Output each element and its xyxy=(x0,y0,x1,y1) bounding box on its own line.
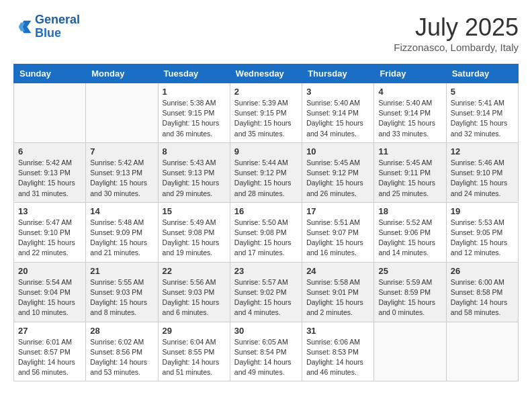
day-detail: Sunrise: 6:00 AMSunset: 8:58 PMDaylight:… xyxy=(451,277,514,318)
day-number: 6 xyxy=(18,146,81,156)
day-detail: Sunrise: 5:55 AMSunset: 9:03 PMDaylight:… xyxy=(90,277,153,318)
calendar-cell: 11Sunrise: 5:45 AMSunset: 9:11 PMDayligh… xyxy=(374,142,446,202)
day-number: 16 xyxy=(234,206,298,216)
day-number: 19 xyxy=(451,206,514,216)
day-detail: Sunrise: 6:05 AMSunset: 8:54 PMDaylight:… xyxy=(234,337,298,378)
month-year: July 2025 xyxy=(394,13,519,42)
day-detail: Sunrise: 5:50 AMSunset: 9:08 PMDaylight:… xyxy=(234,218,298,259)
day-number: 12 xyxy=(451,146,514,156)
day-detail: Sunrise: 5:39 AMSunset: 9:15 PMDaylight:… xyxy=(234,98,298,139)
weekday-header: Saturday xyxy=(446,64,518,83)
calendar-cell: 4Sunrise: 5:40 AMSunset: 9:14 PMDaylight… xyxy=(374,83,446,143)
calendar-cell: 10Sunrise: 5:45 AMSunset: 9:12 PMDayligh… xyxy=(302,142,374,202)
day-number: 20 xyxy=(18,266,81,276)
day-detail: Sunrise: 5:54 AMSunset: 9:04 PMDaylight:… xyxy=(18,277,81,318)
calendar-cell: 29Sunrise: 6:04 AMSunset: 8:55 PMDayligh… xyxy=(158,322,230,381)
location: Fizzonasco, Lombardy, Italy xyxy=(394,42,519,53)
day-detail: Sunrise: 5:49 AMSunset: 9:08 PMDaylight:… xyxy=(163,218,226,259)
calendar-cell xyxy=(86,83,158,143)
calendar-cell: 27Sunrise: 6:01 AMSunset: 8:57 PMDayligh… xyxy=(14,322,86,381)
day-detail: Sunrise: 5:47 AMSunset: 9:10 PMDaylight:… xyxy=(18,218,81,259)
weekday-header-row: SundayMondayTuesdayWednesdayThursdayFrid… xyxy=(14,64,519,83)
day-detail: Sunrise: 5:53 AMSunset: 9:05 PMDaylight:… xyxy=(451,218,514,259)
calendar-week-row: 27Sunrise: 6:01 AMSunset: 8:57 PMDayligh… xyxy=(14,322,519,381)
day-number: 7 xyxy=(90,146,153,156)
day-number: 8 xyxy=(163,146,226,156)
calendar-cell: 9Sunrise: 5:44 AMSunset: 9:12 PMDaylight… xyxy=(230,142,302,202)
day-detail: Sunrise: 5:43 AMSunset: 9:13 PMDaylight:… xyxy=(163,158,226,199)
weekday-header: Monday xyxy=(86,64,158,83)
day-detail: Sunrise: 5:58 AMSunset: 9:01 PMDaylight:… xyxy=(306,277,369,318)
day-detail: Sunrise: 6:04 AMSunset: 8:55 PMDaylight:… xyxy=(163,337,226,378)
day-number: 28 xyxy=(90,326,153,336)
weekday-header: Tuesday xyxy=(158,64,230,83)
day-detail: Sunrise: 5:42 AMSunset: 9:13 PMDaylight:… xyxy=(18,158,81,199)
day-detail: Sunrise: 5:46 AMSunset: 9:10 PMDaylight:… xyxy=(451,158,514,199)
calendar-cell xyxy=(446,322,518,381)
calendar-cell: 14Sunrise: 5:48 AMSunset: 9:09 PMDayligh… xyxy=(86,202,158,262)
calendar-cell: 21Sunrise: 5:55 AMSunset: 9:03 PMDayligh… xyxy=(86,262,158,322)
calendar-cell: 3Sunrise: 5:40 AMSunset: 9:14 PMDaylight… xyxy=(302,83,374,143)
calendar-cell: 22Sunrise: 5:56 AMSunset: 9:03 PMDayligh… xyxy=(158,262,230,322)
day-number: 4 xyxy=(378,87,441,97)
calendar-cell: 16Sunrise: 5:50 AMSunset: 9:08 PMDayligh… xyxy=(230,202,302,262)
day-number: 18 xyxy=(378,206,441,216)
calendar-cell: 7Sunrise: 5:42 AMSunset: 9:13 PMDaylight… xyxy=(86,142,158,202)
calendar-cell: 12Sunrise: 5:46 AMSunset: 9:10 PMDayligh… xyxy=(446,142,518,202)
day-number: 9 xyxy=(234,146,298,156)
calendar-cell: 15Sunrise: 5:49 AMSunset: 9:08 PMDayligh… xyxy=(158,202,230,262)
calendar-cell: 13Sunrise: 5:47 AMSunset: 9:10 PMDayligh… xyxy=(14,202,86,262)
title-block: July 2025 Fizzonasco, Lombardy, Italy xyxy=(394,13,519,53)
day-detail: Sunrise: 5:44 AMSunset: 9:12 PMDaylight:… xyxy=(234,158,298,199)
day-number: 29 xyxy=(163,326,226,336)
day-number: 10 xyxy=(306,146,369,156)
calendar-cell: 1Sunrise: 5:38 AMSunset: 9:15 PMDaylight… xyxy=(158,83,230,143)
calendar-cell: 31Sunrise: 6:06 AMSunset: 8:53 PMDayligh… xyxy=(302,322,374,381)
calendar-cell: 23Sunrise: 5:57 AMSunset: 9:02 PMDayligh… xyxy=(230,262,302,322)
weekday-header: Thursday xyxy=(302,64,374,83)
day-detail: Sunrise: 5:57 AMSunset: 9:02 PMDaylight:… xyxy=(234,277,298,318)
logo-text: General Blue xyxy=(35,13,80,40)
day-detail: Sunrise: 5:38 AMSunset: 9:15 PMDaylight:… xyxy=(163,98,226,139)
weekday-header: Friday xyxy=(374,64,446,83)
day-detail: Sunrise: 5:41 AMSunset: 9:14 PMDaylight:… xyxy=(451,98,514,139)
calendar-cell: 28Sunrise: 6:02 AMSunset: 8:56 PMDayligh… xyxy=(86,322,158,381)
day-number: 13 xyxy=(18,206,81,216)
calendar-week-row: 13Sunrise: 5:47 AMSunset: 9:10 PMDayligh… xyxy=(14,202,519,262)
day-number: 23 xyxy=(234,266,298,276)
day-detail: Sunrise: 6:06 AMSunset: 8:53 PMDaylight:… xyxy=(306,337,369,378)
day-number: 17 xyxy=(306,206,369,216)
day-detail: Sunrise: 5:59 AMSunset: 8:59 PMDaylight:… xyxy=(378,277,441,318)
calendar-cell xyxy=(374,322,446,381)
weekday-header: Wednesday xyxy=(230,64,302,83)
calendar-cell: 25Sunrise: 5:59 AMSunset: 8:59 PMDayligh… xyxy=(374,262,446,322)
day-detail: Sunrise: 5:52 AMSunset: 9:06 PMDaylight:… xyxy=(378,218,441,259)
day-detail: Sunrise: 5:48 AMSunset: 9:09 PMDaylight:… xyxy=(90,218,153,259)
day-detail: Sunrise: 5:45 AMSunset: 9:12 PMDaylight:… xyxy=(306,158,369,199)
calendar-cell: 5Sunrise: 5:41 AMSunset: 9:14 PMDaylight… xyxy=(446,83,518,143)
day-number: 3 xyxy=(306,87,369,97)
calendar-cell xyxy=(14,83,86,143)
day-detail: Sunrise: 5:45 AMSunset: 9:11 PMDaylight:… xyxy=(378,158,441,199)
calendar-cell: 26Sunrise: 6:00 AMSunset: 8:58 PMDayligh… xyxy=(446,262,518,322)
logo-icon xyxy=(13,17,32,36)
calendar-cell: 30Sunrise: 6:05 AMSunset: 8:54 PMDayligh… xyxy=(230,322,302,381)
calendar-cell: 17Sunrise: 5:51 AMSunset: 9:07 PMDayligh… xyxy=(302,202,374,262)
calendar-cell: 24Sunrise: 5:58 AMSunset: 9:01 PMDayligh… xyxy=(302,262,374,322)
day-detail: Sunrise: 6:01 AMSunset: 8:57 PMDaylight:… xyxy=(18,337,81,378)
calendar-cell: 8Sunrise: 5:43 AMSunset: 9:13 PMDaylight… xyxy=(158,142,230,202)
day-number: 25 xyxy=(378,266,441,276)
day-detail: Sunrise: 5:51 AMSunset: 9:07 PMDaylight:… xyxy=(306,218,369,259)
calendar-cell: 19Sunrise: 5:53 AMSunset: 9:05 PMDayligh… xyxy=(446,202,518,262)
logo: General Blue xyxy=(13,13,80,40)
page-header: General Blue July 2025 Fizzonasco, Lomba… xyxy=(13,13,519,53)
day-detail: Sunrise: 5:56 AMSunset: 9:03 PMDaylight:… xyxy=(163,277,226,318)
calendar-week-row: 1Sunrise: 5:38 AMSunset: 9:15 PMDaylight… xyxy=(14,83,519,143)
day-number: 27 xyxy=(18,326,81,336)
day-number: 11 xyxy=(378,146,441,156)
day-number: 26 xyxy=(451,266,514,276)
calendar-table: SundayMondayTuesdayWednesdayThursdayFrid… xyxy=(13,64,519,381)
calendar-cell: 18Sunrise: 5:52 AMSunset: 9:06 PMDayligh… xyxy=(374,202,446,262)
day-number: 21 xyxy=(90,266,153,276)
logo-line1: General xyxy=(35,13,80,26)
